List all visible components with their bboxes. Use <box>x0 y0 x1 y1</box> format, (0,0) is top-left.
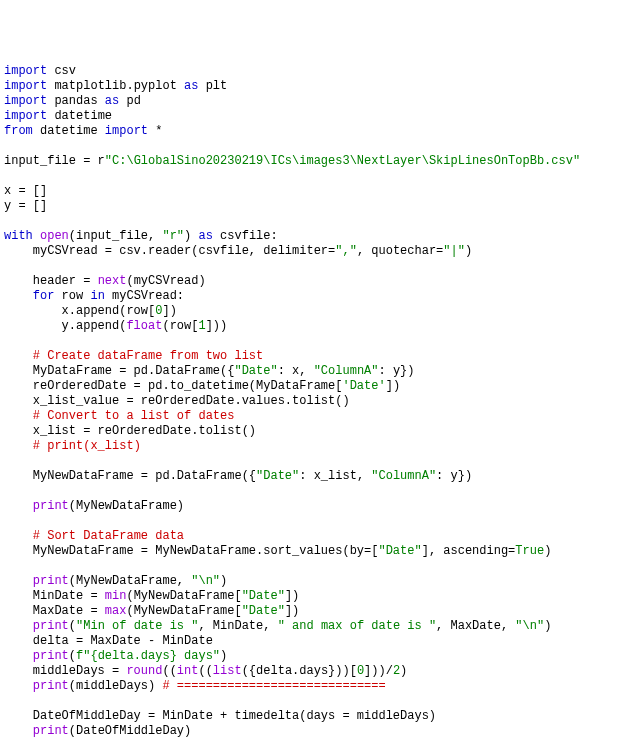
token-kw: import <box>4 94 47 108</box>
token-kw: import <box>4 79 47 93</box>
token-kw: as <box>198 229 212 243</box>
code-line <box>4 259 638 274</box>
token-str: "Date" <box>234 364 277 378</box>
code-line: MinDate = min(MyNewDataFrame["Date"]) <box>4 589 638 604</box>
code-line: print(MyNewDataFrame) <box>4 499 638 514</box>
token-str: "Date" <box>242 589 285 603</box>
code-line: # print(x_list) <box>4 439 638 454</box>
token-kw: import <box>105 124 148 138</box>
token-cmt: # Sort DataFrame data <box>33 529 184 543</box>
code-line: import pandas as pd <box>4 94 638 109</box>
token-cmt: # Convert to a list of dates <box>33 409 235 423</box>
token-kw: for <box>33 289 55 303</box>
code-line: DateOfMiddleDay = MinDate + timedelta(da… <box>4 709 638 724</box>
code-line: x.append(row[0]) <box>4 304 638 319</box>
token-kw: import <box>4 64 47 78</box>
code-line: input_file = r"C:\GlobalSino20230219\ICs… <box>4 154 638 169</box>
code-line: print("Min of date is ", MinDate, " and … <box>4 619 638 634</box>
code-line: x = [] <box>4 184 638 199</box>
token-kw: import <box>4 109 47 123</box>
code-line <box>4 334 638 349</box>
token-fn: next <box>98 274 127 288</box>
token-num: 0 <box>155 304 162 318</box>
token-str: 'Date' <box>342 379 385 393</box>
code-line: delta = MaxDate - MinDate <box>4 634 638 649</box>
token-fn: int <box>177 664 199 678</box>
token-str: "Date" <box>256 469 299 483</box>
code-line: reOrderedDate = pd.to_datetime(MyDataFra… <box>4 379 638 394</box>
token-kw: in <box>90 289 104 303</box>
code-line: x_list_value = reOrderedDate.values.toli… <box>4 394 638 409</box>
code-line <box>4 454 638 469</box>
code-line <box>4 214 638 229</box>
token-fn: print <box>33 724 69 738</box>
code-line: myCSVread = csv.reader(csvfile, delimite… <box>4 244 638 259</box>
code-line <box>4 169 638 184</box>
token-str: "Min of date is " <box>76 619 198 633</box>
token-fn: min <box>105 589 127 603</box>
code-line: y = [] <box>4 199 638 214</box>
token-num: 0 <box>357 664 364 678</box>
token-str: f"{delta.days} days" <box>76 649 220 663</box>
token-fn: print <box>33 619 69 633</box>
code-line <box>4 739 638 753</box>
code-block: import csvimport matplotlib.pyplot as pl… <box>4 64 638 753</box>
token-fn: float <box>126 319 162 333</box>
code-line: import datetime <box>4 109 638 124</box>
token-kw: from <box>4 124 33 138</box>
token-str: "\n" <box>515 619 544 633</box>
token-str: "ColumnA" <box>371 469 436 483</box>
token-kw: with <box>4 229 33 243</box>
code-line <box>4 694 638 709</box>
token-str: "r" <box>162 229 184 243</box>
token-str: "|" <box>443 244 465 258</box>
code-line: with open(input_file, "r") as csvfile: <box>4 229 638 244</box>
code-line: MaxDate = max(MyNewDataFrame["Date"]) <box>4 604 638 619</box>
code-line: print(MyNewDataFrame, "\n") <box>4 574 638 589</box>
token-fn: max <box>105 604 127 618</box>
code-line: # Create dataFrame from two list <box>4 349 638 364</box>
code-line: print(DateOfMiddleDay) <box>4 724 638 739</box>
code-line <box>4 484 638 499</box>
code-line: y.append(float(row[1])) <box>4 319 638 334</box>
code-line: from datetime import * <box>4 124 638 139</box>
token-fn: print <box>33 679 69 693</box>
code-line <box>4 559 638 574</box>
code-line: print(f"{delta.days} days") <box>4 649 638 664</box>
token-str: "Date" <box>378 544 421 558</box>
code-line: x_list = reOrderedDate.tolist() <box>4 424 638 439</box>
code-line: # Convert to a list of dates <box>4 409 638 424</box>
token-str: "ColumnA" <box>314 364 379 378</box>
token-num: 2 <box>393 664 400 678</box>
token-str: "Date" <box>242 604 285 618</box>
code-line: import matplotlib.pyplot as plt <box>4 79 638 94</box>
token-fn: print <box>33 499 69 513</box>
token-fn: open <box>40 229 69 243</box>
token-cmt: # print(x_list) <box>33 439 141 453</box>
token-cmt: # ============================= <box>162 679 385 693</box>
code-line: middleDays = round((int((list({delta.day… <box>4 664 638 679</box>
code-line: # Sort DataFrame data <box>4 529 638 544</box>
token-fn: list <box>213 664 242 678</box>
code-line: header = next(myCSVread) <box>4 274 638 289</box>
code-line: import csv <box>4 64 638 79</box>
token-kw: as <box>184 79 198 93</box>
token-fn: round <box>126 664 162 678</box>
token-num: 1 <box>198 319 205 333</box>
token-kw: as <box>105 94 119 108</box>
token-str: "," <box>335 244 357 258</box>
code-line: MyNewDataFrame = pd.DataFrame({"Date": x… <box>4 469 638 484</box>
token-str: "C:\GlobalSino20230219\ICs\images3\NextL… <box>105 154 580 168</box>
token-str: "\n" <box>191 574 220 588</box>
code-line <box>4 514 638 529</box>
code-line: print(middleDays) # ====================… <box>4 679 638 694</box>
code-line: for row in myCSVread: <box>4 289 638 304</box>
code-line: MyNewDataFrame = MyNewDataFrame.sort_val… <box>4 544 638 559</box>
code-line: MyDataFrame = pd.DataFrame({"Date": x, "… <box>4 364 638 379</box>
token-str: " and max of date is " <box>278 619 436 633</box>
token-fn: print <box>33 574 69 588</box>
token-cmt: # Create dataFrame from two list <box>33 349 263 363</box>
code-line <box>4 139 638 154</box>
token-fn: print <box>33 649 69 663</box>
token-num: True <box>515 544 544 558</box>
